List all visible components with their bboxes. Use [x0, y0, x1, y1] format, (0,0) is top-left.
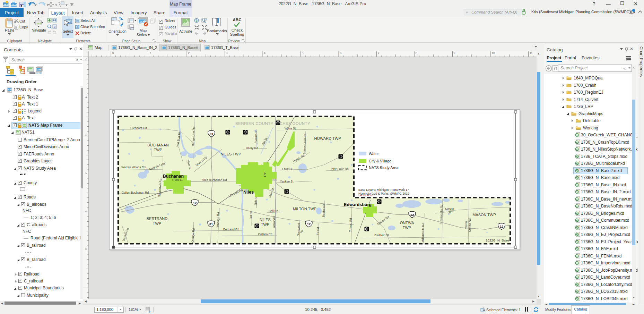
svg-text:Front St: Front St: [172, 178, 183, 181]
svg-text:6: 6: [340, 51, 341, 55]
svg-text:Base Layers: Michigan Framewor: Base Layers: Michigan Framework 17: [358, 188, 409, 192]
svg-text:4: 4: [264, 51, 266, 55]
svg-text:NILES: NILES: [260, 218, 271, 222]
svg-text:Center Rd: Center Rd: [468, 218, 471, 232]
svg-text:Ironwood: Ironwood: [272, 216, 276, 228]
svg-text:HOWARD TWP: HOWARD TWP: [314, 136, 341, 141]
svg-text:17th: 17th: [263, 171, 267, 177]
svg-text:12: 12: [500, 224, 504, 228]
svg-text:Yankee St: Yankee St: [280, 180, 294, 183]
svg-text:31: 31: [210, 132, 214, 136]
svg-text:Nonmotorized & Parks: SWMPC 20: Nonmotorized & Parks: SWMPC 2019: [358, 192, 409, 195]
svg-text:City & Village: City & Village: [369, 159, 391, 163]
svg-text:TWP: TWP: [261, 222, 269, 227]
svg-text:Conrad Rd: Conrad Rd: [348, 218, 352, 232]
svg-text:Niles Buchanan Rd: Niles Buchanan Rd: [202, 178, 227, 182]
svg-text:Glendora Rd: Glendora Rd: [130, 126, 147, 130]
svg-text:3rd St: 3rd St: [249, 211, 253, 220]
svg-text:Bell Rd: Bell Rd: [269, 209, 278, 213]
svg-text:BERTRAND: BERTRAND: [147, 217, 167, 221]
svg-text:CASS COUNTY: CASS COUNTY: [280, 121, 311, 126]
svg-text:BUCHANAN: BUCHANAN: [147, 143, 169, 147]
svg-text:Calvin: Calvin: [464, 221, 468, 229]
svg-text:Range Line Rd: Range Line Rd: [191, 126, 195, 146]
svg-text:2: 2: [84, 172, 88, 174]
svg-text:ONTWA: ONTWA: [400, 221, 414, 225]
svg-text:Warren Woods Rd: Warren Woods Rd: [121, 166, 146, 169]
svg-text:NILES TWP: NILES TWP: [220, 152, 241, 156]
svg-text:4: 4: [84, 96, 88, 98]
svg-text:2022G_N_Base: 2022G_N_Base: [486, 238, 509, 242]
svg-text:11: 11: [530, 51, 533, 55]
svg-text:3: 3: [84, 134, 88, 136]
svg-text:Adamsville Rd: Adamsville Rd: [421, 223, 425, 242]
svg-text:12: 12: [307, 222, 311, 226]
svg-text:2: 2: [188, 51, 190, 55]
svg-text:12: 12: [410, 213, 414, 217]
svg-text:St: St: [448, 211, 451, 214]
svg-text:Pucker St: Pucker St: [254, 130, 258, 144]
svg-text:Galien Buchanan Rd: Galien Buchanan Rd: [122, 191, 149, 194]
svg-text:Ontario Rd: Ontario Rd: [258, 232, 272, 236]
svg-text:8: 8: [416, 51, 417, 55]
svg-text:0: 0: [84, 248, 88, 250]
svg-text:1: 1: [84, 210, 88, 212]
svg-text:9: 9: [454, 51, 455, 55]
svg-text:Rd: Rd: [300, 229, 303, 233]
svg-text:10: 10: [491, 51, 495, 55]
svg-text:Fir Rd: Fir Rd: [316, 227, 320, 235]
svg-text:White St: White St: [285, 127, 296, 130]
svg-text:Ullery Rd: Ullery Rd: [246, 146, 258, 150]
svg-text:3: 3: [226, 51, 228, 55]
svg-text:Redfield St: Redfield St: [374, 234, 389, 237]
svg-text:BERRIEN COUNTY: BERRIEN COUNTY: [235, 121, 273, 126]
svg-text:Barron Lake Rd: Barron Lake Rd: [303, 134, 307, 154]
svg-text:5: 5: [302, 51, 304, 55]
svg-text:MILTON TWP: MILTON TWP: [293, 207, 316, 211]
svg-text:Lake St: Lake St: [282, 167, 293, 171]
svg-text:Edwardsburg: Edwardsburg: [344, 202, 372, 207]
svg-text:Water: Water: [369, 152, 379, 156]
svg-text:Cassopolis Rd: Cassopolis Rd: [439, 204, 443, 223]
svg-text:Bertrand Rd: Bertrand Rd: [223, 228, 239, 231]
svg-text:Beebe Rd: Beebe Rd: [322, 204, 325, 217]
svg-text:12: 12: [193, 201, 197, 205]
svg-text:MASON TWP: MASON TWP: [472, 213, 496, 217]
svg-text:7: 7: [378, 51, 380, 55]
svg-text:TWP: TWP: [153, 221, 161, 226]
svg-text:TWP: TWP: [403, 226, 411, 230]
svg-text:NATS Study Area: NATS Study Area: [369, 166, 399, 170]
svg-text:0: 0: [112, 51, 114, 55]
svg-text:1:: 1:: [53, 25, 56, 28]
svg-text:1: 1: [150, 51, 152, 55]
svg-text:Niles: Niles: [243, 190, 254, 195]
svg-text:31: 31: [209, 222, 213, 226]
svg-text:5: 5: [84, 58, 88, 60]
svg-text:Mason: Mason: [445, 207, 454, 211]
svg-text:Pine Lake Rd: Pine Lake Rd: [331, 167, 348, 171]
svg-text:TWP: TWP: [154, 148, 162, 152]
